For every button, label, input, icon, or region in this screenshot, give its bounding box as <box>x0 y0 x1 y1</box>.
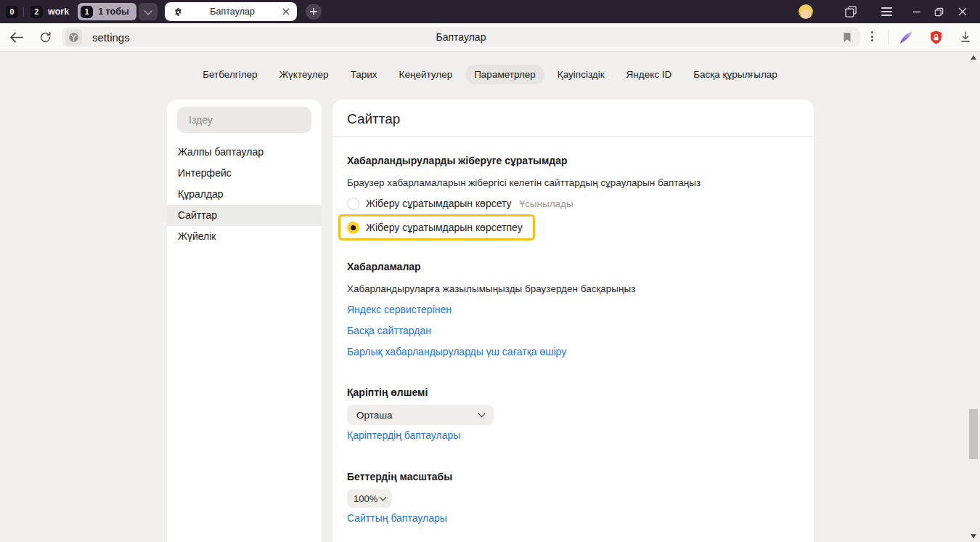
refresh-button[interactable] <box>38 31 52 47</box>
page-zoom-select[interactable]: 100% <box>347 489 392 508</box>
downloads-button[interactable] <box>959 31 972 46</box>
download-icon <box>959 31 972 44</box>
nav-tab-other-devices[interactable]: Басқа құрылғылар <box>685 65 786 84</box>
nav-tab-history[interactable]: Тарих <box>342 65 386 84</box>
font-size-value: Орташа <box>356 410 393 421</box>
titlebar-right-controls <box>799 4 973 19</box>
sidebar-item-system[interactable]: Жүйелік <box>167 226 322 247</box>
notifications-heading: Хабарламалар <box>347 261 799 273</box>
scroll-down-arrow[interactable] <box>971 534 976 538</box>
link-mute-all-notifications[interactable]: Барлық хабарландыруларды үш сағатқа өшір… <box>347 346 566 357</box>
font-size-heading: Қаріптің өлшемі <box>347 387 799 399</box>
nav-tab-settings[interactable]: Параметрлер <box>465 65 544 84</box>
settings-nav-tabs: Бетбелгілер Жүктеулер Тарих Кеңейтулер П… <box>0 65 980 84</box>
titlebar-separator <box>23 7 24 17</box>
sidebar-item-tools[interactable]: Құралдар <box>167 184 322 205</box>
page-title: Баптаулар <box>62 31 860 43</box>
plus-icon <box>309 7 318 16</box>
yandex-browser-icon <box>68 32 79 43</box>
more-actions-button[interactable] <box>871 31 873 41</box>
refresh-icon <box>38 31 52 44</box>
bookmark-button[interactable] <box>843 32 852 43</box>
url-text: settings <box>92 31 130 44</box>
nav-tab-bookmarks[interactable]: Бетбелгілер <box>194 65 266 84</box>
close-icon <box>958 7 967 16</box>
minimize-button[interactable] <box>912 7 921 16</box>
link-font-settings[interactable]: Қаріптердің баптаулары <box>347 429 460 441</box>
browser-tab-settings[interactable]: Баптаулар <box>165 2 297 21</box>
push-requests-heading: Хабарландыруларды жіберуге сұратымдар <box>347 155 799 167</box>
page-zoom-value: 100% <box>354 493 377 504</box>
browser-toolbar: settings Баптаулар <box>0 23 980 52</box>
font-size-select[interactable]: Орташа <box>347 405 494 425</box>
feather-icon <box>898 30 914 46</box>
close-tab-button[interactable] <box>282 8 290 15</box>
recommended-badge: Ұсынылады <box>520 198 573 209</box>
radio-label: Жіберу сұратымдарын көрсетпеу <box>366 222 523 233</box>
tab-group-work[interactable]: 2 work <box>30 6 69 18</box>
restore-icon <box>934 7 944 17</box>
tab-group-active[interactable]: 1 1 тобы <box>78 3 136 20</box>
settings-sidebar: Жалпы баптаулар Интерфейс Құралдар Сайтт… <box>167 100 322 542</box>
tab-panel-button[interactable] <box>844 4 858 19</box>
tab-group-label: 1 тобы <box>98 7 128 17</box>
nav-tab-downloads[interactable]: Жүктеулер <box>271 65 338 84</box>
scroll-up-arrow[interactable] <box>971 55 976 60</box>
bookmark-icon <box>843 32 852 43</box>
shield-lock-icon <box>928 29 944 46</box>
search-input[interactable] <box>177 114 311 126</box>
highlight-annotation: Жіберу сұратымдарын көрсетпеу <box>338 214 535 240</box>
radio-option-show-requests[interactable]: Жіберу сұратымдарын көрсету Ұсынылады <box>347 193 799 214</box>
site-icon[interactable] <box>65 29 82 46</box>
link-yandex-services[interactable]: Яндекс сервистерінен <box>347 304 452 315</box>
settings-content: Сайттар Хабарландыруларды жіберуге сұрат… <box>332 100 814 542</box>
link-other-sites[interactable]: Басқа сайттардан <box>347 325 431 336</box>
tab-group-count-badge: 2 <box>30 6 43 18</box>
nav-tab-security[interactable]: Қауіпсіздік <box>549 65 613 84</box>
titlebar: 0 2 work 1 1 тобы Баптаулар <box>0 0 980 23</box>
collapsed-tabs-badge[interactable]: 0 <box>6 6 18 18</box>
sidebar-item-sites[interactable]: Сайттар <box>167 205 322 226</box>
push-requests-description: Браузер хабарламаларын жібергісі келетін… <box>347 177 799 189</box>
toolbar-divider <box>888 31 889 44</box>
gear-icon <box>173 7 183 17</box>
tabs-panel-icon <box>844 4 858 19</box>
sidebar-item-interface[interactable]: Интерфейс <box>167 163 322 184</box>
scrollbar-thumb[interactable] <box>969 409 978 459</box>
nav-tab-extensions[interactable]: Кеңейтулер <box>391 65 462 84</box>
sidebar-list: Жалпы баптаулар Интерфейс Құралдар Сайтт… <box>167 142 322 247</box>
link-site-settings[interactable]: Сайттың баптаулары <box>347 512 447 524</box>
minimize-icon <box>912 7 921 16</box>
chevron-down-icon <box>380 494 387 501</box>
new-tab-button[interactable] <box>306 4 322 20</box>
radio-selected-icon[interactable] <box>347 222 359 234</box>
restore-button[interactable] <box>934 7 944 17</box>
sidebar-item-general[interactable]: Жалпы баптаулар <box>167 142 322 163</box>
page-section-title: Сайттар <box>332 100 814 136</box>
tab-group-count-badge: 1 <box>81 6 93 18</box>
sidebar-search[interactable] <box>177 107 311 133</box>
address-bar[interactable]: settings Баптаулар <box>62 27 860 47</box>
tab-title: Баптаулар <box>183 7 282 17</box>
menu-button[interactable] <box>881 7 892 15</box>
back-arrow-icon <box>9 32 23 43</box>
tab-group-label: work <box>48 7 69 17</box>
chevron-down-icon <box>478 410 486 418</box>
nav-tab-yandex-id[interactable]: Яндекс ID <box>618 65 681 84</box>
page-scrollbar[interactable] <box>968 52 980 542</box>
copilot-feather-button[interactable] <box>898 30 914 49</box>
close-window-button[interactable] <box>958 7 967 16</box>
settings-page: Бетбелгілер Жүктеулер Тарих Кеңейтулер П… <box>0 52 980 542</box>
back-button[interactable] <box>9 32 23 46</box>
radio-unselected-icon[interactable] <box>347 198 359 210</box>
radio-label: Жіберу сұратымдарын көрсету <box>366 198 512 209</box>
profile-avatar[interactable] <box>799 4 813 19</box>
notifications-description: Хабарландыруларға жазылымыңызды браузерд… <box>347 283 799 295</box>
radio-option-hide-requests[interactable]: Жіберу сұратымдарын көрсетпеу <box>347 217 523 238</box>
protect-shield-button[interactable] <box>928 29 944 49</box>
tab-group-expand-button[interactable] <box>139 3 158 20</box>
page-zoom-heading: Беттердің масштабы <box>347 471 799 483</box>
chevron-down-icon <box>144 7 152 15</box>
title-divider <box>332 136 814 137</box>
